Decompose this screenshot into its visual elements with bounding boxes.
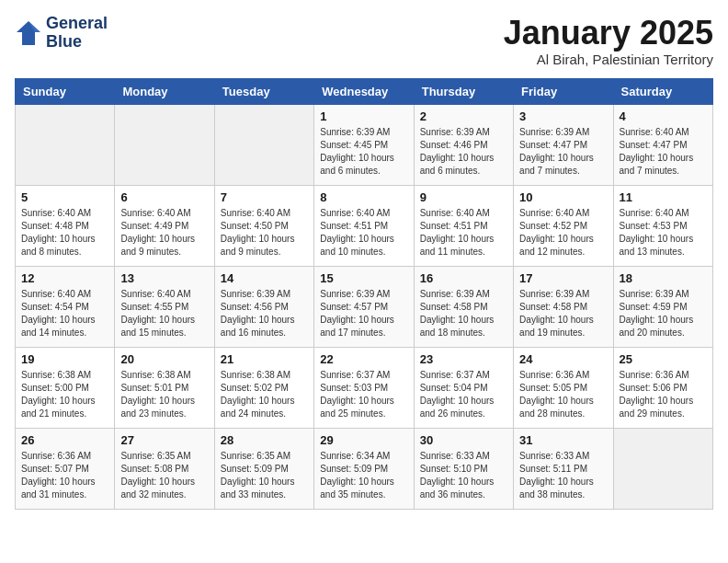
day-info: Sunrise: 6:39 AM Sunset: 4:45 PM Dayligh… (320, 126, 407, 178)
day-info: Sunrise: 6:39 AM Sunset: 4:56 PM Dayligh… (221, 288, 308, 339)
day-number: 24 (519, 352, 607, 366)
calendar-cell: 29Sunrise: 6:34 AM Sunset: 5:09 PM Dayli… (314, 428, 414, 509)
day-number: 22 (320, 352, 407, 366)
day-number: 17 (519, 271, 607, 285)
calendar-cell: 20Sunrise: 6:38 AM Sunset: 5:01 PM Dayli… (115, 347, 214, 428)
day-info: Sunrise: 6:34 AM Sunset: 5:09 PM Dayligh… (320, 450, 407, 501)
weekday-header-wednesday: Wednesday (314, 78, 414, 104)
calendar-cell: 16Sunrise: 6:39 AM Sunset: 4:58 PM Dayli… (414, 266, 513, 347)
day-info: Sunrise: 6:37 AM Sunset: 5:03 PM Dayligh… (320, 369, 407, 420)
calendar-cell: 14Sunrise: 6:39 AM Sunset: 4:56 PM Dayli… (214, 266, 313, 347)
calendar-cell: 3Sunrise: 6:39 AM Sunset: 4:47 PM Daylig… (514, 104, 613, 185)
day-info: Sunrise: 6:39 AM Sunset: 4:57 PM Dayligh… (320, 288, 407, 339)
calendar-title: January 2025 (504, 15, 713, 52)
calendar-cell: 30Sunrise: 6:33 AM Sunset: 5:10 PM Dayli… (414, 428, 513, 509)
day-number: 11 (620, 190, 707, 204)
calendar-cell (214, 104, 313, 185)
calendar-week-4: 19Sunrise: 6:38 AM Sunset: 5:00 PM Dayli… (16, 347, 713, 428)
day-number: 15 (320, 271, 407, 285)
day-info: Sunrise: 6:40 AM Sunset: 4:48 PM Dayligh… (21, 207, 108, 259)
day-info: Sunrise: 6:36 AM Sunset: 5:07 PM Dayligh… (21, 450, 108, 501)
calendar-cell: 11Sunrise: 6:40 AM Sunset: 4:53 PM Dayli… (613, 185, 712, 266)
calendar-cell (613, 428, 712, 509)
day-number: 7 (221, 190, 308, 204)
day-number: 29 (320, 433, 407, 447)
calendar-cell: 31Sunrise: 6:33 AM Sunset: 5:11 PM Dayli… (514, 428, 613, 509)
calendar-cell: 27Sunrise: 6:35 AM Sunset: 5:08 PM Dayli… (115, 428, 214, 509)
calendar-cell: 17Sunrise: 6:39 AM Sunset: 4:58 PM Dayli… (514, 266, 613, 347)
calendar-cell: 21Sunrise: 6:38 AM Sunset: 5:02 PM Dayli… (214, 347, 313, 428)
day-info: Sunrise: 6:35 AM Sunset: 5:09 PM Dayligh… (221, 450, 308, 501)
day-info: Sunrise: 6:40 AM Sunset: 4:53 PM Dayligh… (620, 207, 707, 259)
day-number: 26 (21, 433, 108, 447)
day-number: 10 (519, 190, 607, 204)
day-info: Sunrise: 6:40 AM Sunset: 4:47 PM Dayligh… (620, 126, 707, 178)
day-number: 1 (320, 109, 407, 123)
calendar-cell: 23Sunrise: 6:37 AM Sunset: 5:04 PM Dayli… (414, 347, 513, 428)
day-info: Sunrise: 6:36 AM Sunset: 5:05 PM Dayligh… (519, 369, 607, 420)
calendar-week-2: 5Sunrise: 6:40 AM Sunset: 4:48 PM Daylig… (16, 185, 713, 266)
day-number: 16 (420, 271, 507, 285)
calendar-subtitle: Al Birah, Palestinian Territory (504, 52, 713, 67)
day-info: Sunrise: 6:37 AM Sunset: 5:04 PM Dayligh… (420, 369, 507, 420)
day-number: 21 (221, 352, 308, 366)
day-number: 23 (420, 352, 507, 366)
calendar-cell: 25Sunrise: 6:36 AM Sunset: 5:06 PM Dayli… (613, 347, 712, 428)
day-number: 14 (221, 271, 308, 285)
logo-text: General Blue (46, 15, 108, 52)
weekday-header-sunday: Sunday (16, 78, 115, 104)
calendar-table: SundayMondayTuesdayWednesdayThursdayFrid… (15, 78, 713, 510)
calendar-cell: 26Sunrise: 6:36 AM Sunset: 5:07 PM Dayli… (16, 428, 115, 509)
day-number: 13 (120, 271, 208, 285)
calendar-cell: 13Sunrise: 6:40 AM Sunset: 4:55 PM Dayli… (115, 266, 214, 347)
day-info: Sunrise: 6:39 AM Sunset: 4:58 PM Dayligh… (519, 288, 607, 339)
day-info: Sunrise: 6:35 AM Sunset: 5:08 PM Dayligh… (120, 450, 208, 501)
weekday-header-row: SundayMondayTuesdayWednesdayThursdayFrid… (16, 78, 713, 104)
calendar-cell: 12Sunrise: 6:40 AM Sunset: 4:54 PM Dayli… (16, 266, 115, 347)
calendar-cell: 8Sunrise: 6:40 AM Sunset: 4:51 PM Daylig… (314, 185, 414, 266)
day-number: 3 (519, 109, 607, 123)
day-info: Sunrise: 6:38 AM Sunset: 5:02 PM Dayligh… (221, 369, 308, 420)
day-number: 31 (519, 433, 607, 447)
calendar-week-5: 26Sunrise: 6:36 AM Sunset: 5:07 PM Dayli… (16, 428, 713, 509)
day-number: 9 (420, 190, 507, 204)
calendar-cell: 19Sunrise: 6:38 AM Sunset: 5:00 PM Dayli… (16, 347, 115, 428)
calendar-cell: 15Sunrise: 6:39 AM Sunset: 4:57 PM Dayli… (314, 266, 414, 347)
day-number: 2 (420, 109, 507, 123)
day-number: 4 (620, 109, 707, 123)
day-info: Sunrise: 6:40 AM Sunset: 4:55 PM Dayligh… (120, 288, 208, 339)
calendar-cell: 10Sunrise: 6:40 AM Sunset: 4:52 PM Dayli… (514, 185, 613, 266)
day-number: 20 (120, 352, 208, 366)
day-number: 27 (120, 433, 208, 447)
day-info: Sunrise: 6:39 AM Sunset: 4:59 PM Dayligh… (620, 288, 707, 339)
calendar-week-1: 1Sunrise: 6:39 AM Sunset: 4:45 PM Daylig… (16, 104, 713, 185)
calendar-cell: 22Sunrise: 6:37 AM Sunset: 5:03 PM Dayli… (314, 347, 414, 428)
day-number: 18 (620, 271, 707, 285)
calendar-cell: 7Sunrise: 6:40 AM Sunset: 4:50 PM Daylig… (214, 185, 313, 266)
day-number: 19 (21, 352, 108, 366)
day-info: Sunrise: 6:40 AM Sunset: 4:54 PM Dayligh… (21, 288, 108, 339)
calendar-cell: 4Sunrise: 6:40 AM Sunset: 4:47 PM Daylig… (613, 104, 712, 185)
calendar-cell: 2Sunrise: 6:39 AM Sunset: 4:46 PM Daylig… (414, 104, 513, 185)
page-header: General Blue January 2025 Al Birah, Pale… (15, 15, 713, 67)
calendar-cell: 6Sunrise: 6:40 AM Sunset: 4:49 PM Daylig… (115, 185, 214, 266)
weekday-header-saturday: Saturday (613, 78, 712, 104)
logo-icon (15, 19, 42, 47)
logo: General Blue (15, 15, 108, 52)
day-info: Sunrise: 6:33 AM Sunset: 5:11 PM Dayligh… (519, 450, 607, 501)
calendar-cell: 9Sunrise: 6:40 AM Sunset: 4:51 PM Daylig… (414, 185, 513, 266)
title-block: January 2025 Al Birah, Palestinian Terri… (504, 15, 713, 67)
day-info: Sunrise: 6:38 AM Sunset: 5:00 PM Dayligh… (21, 369, 108, 420)
day-info: Sunrise: 6:36 AM Sunset: 5:06 PM Dayligh… (620, 369, 707, 420)
day-info: Sunrise: 6:39 AM Sunset: 4:46 PM Dayligh… (420, 126, 507, 178)
calendar-cell (16, 104, 115, 185)
day-number: 8 (320, 190, 407, 204)
calendar-cell: 18Sunrise: 6:39 AM Sunset: 4:59 PM Dayli… (613, 266, 712, 347)
day-info: Sunrise: 6:40 AM Sunset: 4:51 PM Dayligh… (420, 207, 507, 259)
day-info: Sunrise: 6:40 AM Sunset: 4:49 PM Dayligh… (120, 207, 208, 259)
day-info: Sunrise: 6:39 AM Sunset: 4:47 PM Dayligh… (519, 126, 607, 178)
weekday-header-thursday: Thursday (414, 78, 513, 104)
day-info: Sunrise: 6:38 AM Sunset: 5:01 PM Dayligh… (120, 369, 208, 420)
day-number: 5 (21, 190, 108, 204)
weekday-header-tuesday: Tuesday (214, 78, 313, 104)
